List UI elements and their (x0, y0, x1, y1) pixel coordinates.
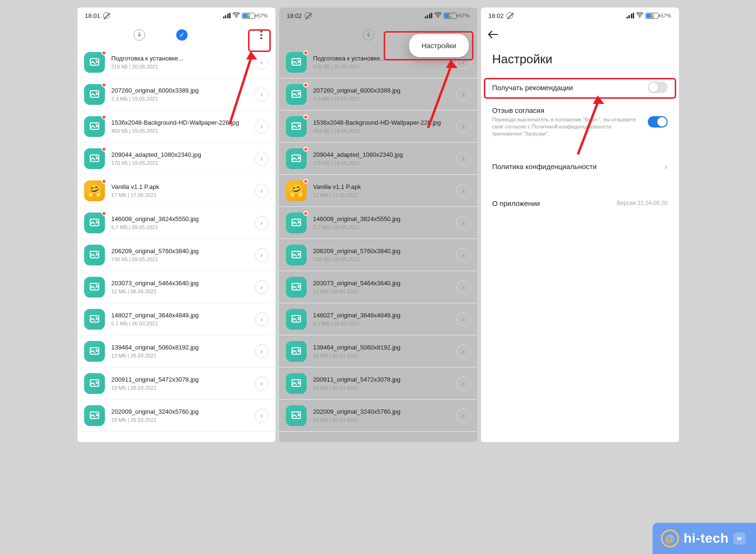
image-thumbnail (84, 148, 105, 169)
row-action-button[interactable]: › (255, 312, 269, 326)
dnd-icon (305, 12, 311, 19)
picture-icon (89, 249, 100, 261)
download-row[interactable]: 203073_original_5464x3640.jpg11 МБ | 08.… (279, 271, 477, 303)
row-action-button[interactable]: › (255, 216, 269, 230)
row-action-button[interactable]: › (456, 55, 471, 69)
file-meta: 170 КБ | 19.05.2021 (112, 160, 248, 166)
more-vert-icon (260, 31, 262, 39)
overflow-menu-button[interactable] (252, 26, 271, 44)
download-row[interactable]: 🤗Vanilla v1.1 P.apk17 МБ | 17.05.2021› (279, 175, 477, 207)
row-action-button[interactable]: › (456, 216, 471, 230)
picture-icon (89, 153, 100, 164)
row-action-button[interactable]: › (255, 376, 269, 391)
row-action-button[interactable]: › (456, 376, 471, 391)
download-row[interactable]: 139464_original_5060x8192.jpg13 МБ | 26.… (279, 335, 477, 367)
download-row[interactable]: 148027_original_3648x4849.jpg5.1 МБ | 26… (77, 303, 275, 335)
popup-item-settings[interactable]: Настройки (421, 42, 456, 50)
version-text: Версия 21.04.06.20 (617, 200, 667, 206)
filename: 200911_original_5472x3078.jpg (313, 376, 450, 383)
download-row[interactable]: 146008_original_3824x5550.jpg5,7 МБ | 09… (279, 207, 477, 239)
toggle-recommendations[interactable] (648, 82, 668, 93)
back-button[interactable] (488, 29, 498, 41)
row-action-button[interactable]: › (255, 87, 269, 102)
download-list-1: Подготовка к установке...216 КБ | 20.05.… (77, 46, 275, 442)
file-meta: 5,7 МБ | 09.05.2021 (112, 224, 248, 230)
toggle-consent[interactable] (648, 116, 668, 128)
row-action-button[interactable]: › (456, 344, 471, 358)
downloads-filter-button[interactable] (359, 26, 378, 44)
at-icon: @ (661, 529, 679, 547)
picture-icon (89, 217, 100, 229)
download-row[interactable]: 139464_original_5060x8192.jpg13 МБ | 26.… (77, 335, 275, 367)
image-thumbnail (84, 405, 105, 426)
download-row[interactable]: 1536x2048-Background-HD-Wallpaper-226.jp… (279, 111, 477, 143)
chevron-right-icon: › (260, 348, 263, 355)
row-action-button[interactable]: › (456, 119, 471, 134)
download-row[interactable]: 207260_original_6000x3389.jpg2.3 МБ | 19… (279, 78, 477, 111)
download-info: 203073_original_5464x3640.jpg11 МБ | 08.… (313, 280, 450, 294)
download-row[interactable]: 207260_original_6000x3389.jpg2.3 МБ | 19… (77, 78, 275, 111)
row-action-button[interactable]: › (255, 248, 269, 262)
svg-point-25 (438, 17, 438, 17)
download-row[interactable]: 146008_original_3824x5550.jpg5,7 МБ | 09… (77, 207, 275, 239)
filename: 1536x2048-Background-HD-Wallpaper-226.jp… (112, 119, 248, 126)
row-action-button[interactable]: › (255, 55, 269, 69)
battery-icon: ⚡ (242, 13, 255, 19)
svg-point-6 (95, 124, 97, 125)
svg-point-0 (236, 17, 237, 17)
new-dot-icon (102, 83, 106, 87)
setting-row-privacy[interactable]: Политика конфиденциальности › (481, 154, 679, 179)
downloads-filter-button[interactable] (130, 26, 149, 44)
row-action-button[interactable]: › (255, 119, 269, 134)
chevron-right-icon: › (260, 187, 263, 195)
row-action-button[interactable]: › (456, 409, 471, 423)
download-row[interactable]: 148027_original_3648x4849.jpg5.1 МБ | 26… (279, 303, 477, 335)
file-meta: 19 МБ | 26.03.2021 (112, 385, 248, 391)
svg-point-50 (639, 17, 640, 17)
image-thumbnail (84, 116, 105, 137)
download-info: 200911_original_5472x3078.jpg19 МБ | 26.… (112, 376, 248, 391)
download-row[interactable]: 200911_original_5472x3078.jpg19 МБ | 26.… (279, 367, 477, 400)
filename: 139464_original_5060x8192.jpg (112, 344, 248, 351)
row-action-button[interactable]: › (456, 184, 471, 198)
download-row[interactable]: 🤗Vanilla v1.1 P.apk17 МБ | 17.05.2021› (77, 175, 275, 207)
row-action-button[interactable]: › (255, 152, 269, 166)
row-action-button[interactable]: › (255, 344, 269, 358)
row-action-button[interactable]: › (456, 87, 471, 102)
setting-row-consent[interactable]: Отзыв согласия Переводя выключатель в по… (481, 100, 679, 144)
picture-icon (291, 57, 302, 68)
download-row[interactable]: 1536x2048-Background-HD-Wallpaper-226.jp… (77, 111, 275, 143)
phone-3: 18:02 ⚡ 57% Настройки Получать рекоменда… (481, 8, 679, 442)
download-row[interactable]: 209044_adapted_1080x2340.jpg170 КБ | 19.… (279, 143, 477, 175)
row-action-button[interactable]: › (255, 409, 269, 423)
download-row[interactable]: 203073_original_5464x3640.jpg11 МБ | 08.… (77, 271, 275, 303)
new-dot-icon (303, 179, 308, 184)
select-all-button[interactable]: ✓ (172, 26, 191, 44)
image-thumbnail (84, 341, 105, 362)
download-row[interactable]: 206209_original_5760x3840.jpg738 КБ | 09… (77, 239, 275, 271)
download-row[interactable]: 209044_adapted_1080x2340.jpg170 КБ | 19.… (77, 143, 275, 175)
setting-row-recommendations[interactable]: Получать рекомендации (481, 75, 679, 100)
row-action-button[interactable]: › (456, 248, 471, 262)
row-action-button[interactable]: › (456, 312, 471, 326)
row-action-button[interactable]: › (456, 280, 471, 294)
picture-icon (291, 281, 302, 293)
download-row[interactable]: 206209_original_5760x3840.jpg738 КБ | 09… (279, 239, 477, 271)
row-action-button[interactable]: › (255, 184, 269, 198)
download-row[interactable]: 202009_original_3240x5760.jpg19 МБ | 25.… (77, 400, 275, 432)
image-thumbnail (286, 116, 307, 137)
download-row[interactable]: Подготовка к установке...216 КБ | 20.05.… (77, 46, 275, 78)
image-thumbnail (286, 373, 307, 394)
row-action-button[interactable]: › (456, 152, 471, 166)
download-info: 139464_original_5060x8192.jpg13 МБ | 26.… (313, 344, 450, 358)
wifi-icon (434, 12, 442, 19)
setting-row-about[interactable]: О приложении Версия 21.04.06.20 (481, 193, 679, 214)
chevron-right-icon: › (260, 219, 263, 227)
chevron-right-icon: › (260, 59, 263, 66)
row-action-button[interactable]: › (255, 280, 269, 294)
download-row[interactable]: 200911_original_5472x3078.jpg19 МБ | 26.… (77, 367, 275, 400)
download-info: 202009_original_3240x5760.jpg19 МБ | 25.… (112, 408, 248, 423)
download-row[interactable]: 202009_original_3240x5760.jpg19 МБ | 25.… (279, 400, 477, 432)
filename: 1536x2048-Background-HD-Wallpaper-226.jp… (313, 119, 450, 126)
download-info: 202009_original_3240x5760.jpg19 МБ | 25.… (313, 408, 450, 423)
